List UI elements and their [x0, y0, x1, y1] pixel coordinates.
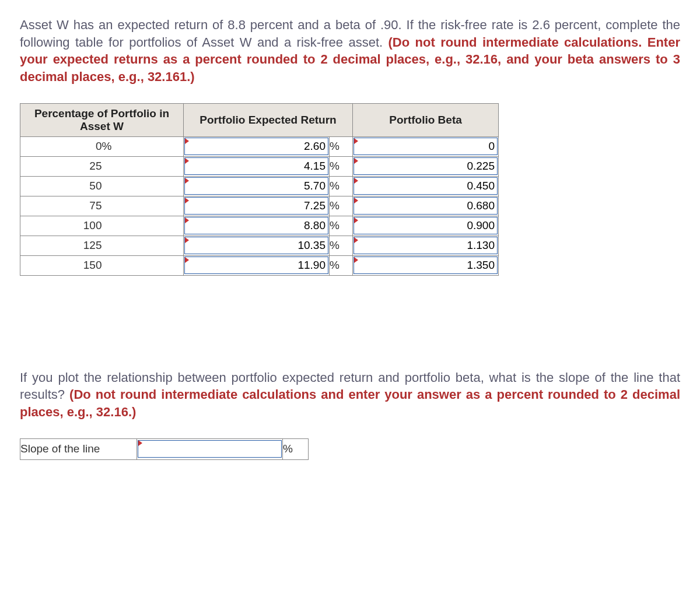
marker-icon: [354, 217, 358, 223]
return-input-cell: [184, 156, 330, 176]
table-row: 100 %: [20, 216, 499, 236]
return-input[interactable]: [184, 217, 328, 234]
return-unit: %: [330, 216, 353, 236]
pct-unit: [102, 156, 184, 176]
pct-unit: %: [102, 136, 184, 156]
table-row: 50 %: [20, 176, 499, 196]
header-pct: Percentage of Portfolio in Asset W: [20, 103, 184, 136]
question2-instruction: (Do not round intermediate calculations …: [20, 387, 680, 419]
pct-unit: [102, 216, 184, 236]
marker-icon: [185, 237, 189, 243]
return-unit: %: [330, 196, 353, 216]
marker-icon: [354, 237, 358, 243]
return-unit: %: [330, 156, 353, 176]
return-unit: %: [330, 176, 353, 196]
table-row: 150 %: [20, 255, 499, 275]
header-return: Portfolio Expected Return: [184, 103, 353, 136]
beta-input[interactable]: [354, 138, 498, 155]
return-input-cell: [184, 236, 330, 255]
beta-input-cell: [353, 176, 499, 196]
table-row: 0 % %: [20, 136, 499, 156]
pct-value: 150: [20, 255, 102, 275]
return-input[interactable]: [184, 138, 328, 155]
slope-unit: %: [283, 438, 309, 459]
return-unit: %: [330, 236, 353, 255]
beta-input[interactable]: [354, 177, 498, 195]
marker-icon: [185, 138, 189, 144]
portfolio-table: Percentage of Portfolio in Asset W Portf…: [20, 103, 499, 276]
marker-icon: [354, 178, 358, 184]
marker-icon: [185, 257, 189, 263]
pct-unit: [102, 236, 184, 255]
slope-table: Slope of the line %: [20, 438, 309, 460]
slope-label: Slope of the line: [20, 438, 137, 459]
pct-value: 25: [20, 156, 102, 176]
return-input[interactable]: [184, 177, 328, 195]
return-input[interactable]: [184, 257, 328, 274]
return-unit: %: [330, 255, 353, 275]
pct-unit: [102, 176, 184, 196]
return-input[interactable]: [184, 237, 328, 254]
marker-icon: [138, 440, 142, 446]
slope-input[interactable]: [138, 440, 282, 458]
beta-input-cell: [353, 136, 499, 156]
marker-icon: [354, 158, 358, 164]
question1-text: Asset W has an expected return of 8.8 pe…: [20, 16, 680, 86]
marker-icon: [354, 198, 358, 203]
beta-input[interactable]: [354, 237, 498, 254]
marker-icon: [185, 178, 189, 184]
slope-input-cell: [137, 438, 283, 459]
beta-input[interactable]: [354, 197, 498, 215]
beta-input[interactable]: [354, 217, 498, 234]
header-beta: Portfolio Beta: [353, 103, 499, 136]
marker-icon: [354, 138, 358, 144]
pct-unit: [102, 255, 184, 275]
pct-value: 100: [20, 216, 102, 236]
table-row: 125 %: [20, 236, 499, 255]
return-input-cell: [184, 255, 330, 275]
marker-icon: [185, 158, 189, 164]
marker-icon: [185, 217, 189, 223]
beta-input-cell: [353, 216, 499, 236]
beta-input[interactable]: [354, 257, 498, 274]
return-input-cell: [184, 136, 330, 156]
marker-icon: [354, 257, 358, 263]
return-input[interactable]: [184, 197, 328, 215]
beta-input[interactable]: [354, 157, 498, 175]
marker-icon: [185, 198, 189, 203]
beta-input-cell: [353, 236, 499, 255]
pct-value: 75: [20, 196, 102, 216]
table-row: 25 %: [20, 156, 499, 176]
question2-text: If you plot the relationship between por…: [20, 369, 680, 421]
table-row: 75 %: [20, 196, 499, 216]
pct-value: 125: [20, 236, 102, 255]
pct-value: 50: [20, 176, 102, 196]
beta-input-cell: [353, 156, 499, 176]
return-input-cell: [184, 196, 330, 216]
pct-value: 0: [20, 136, 102, 156]
return-input[interactable]: [184, 157, 328, 175]
return-unit: %: [330, 136, 353, 156]
return-input-cell: [184, 176, 330, 196]
beta-input-cell: [353, 196, 499, 216]
pct-unit: [102, 196, 184, 216]
beta-input-cell: [353, 255, 499, 275]
return-input-cell: [184, 216, 330, 236]
